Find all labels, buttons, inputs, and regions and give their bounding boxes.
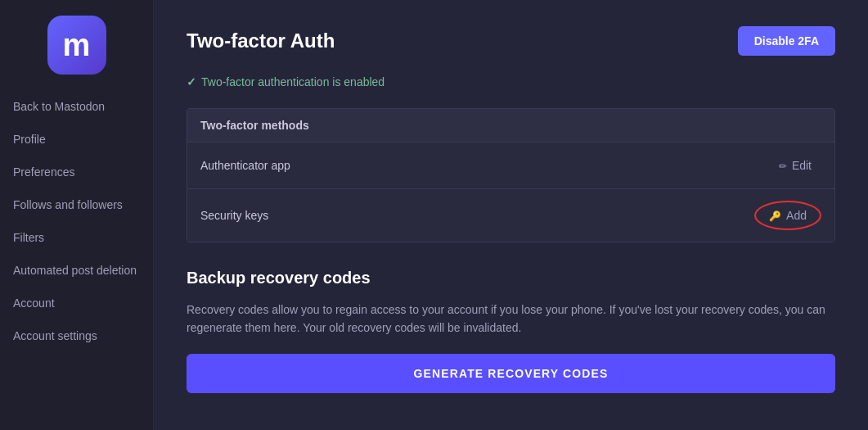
methods-table-header: Two-factor methods xyxy=(187,109,834,143)
sidebar-item-label: Account settings xyxy=(13,329,97,342)
main-content: Two-factor Auth Disable 2FA Two-factor a… xyxy=(154,0,868,430)
sidebar-item-automated-post-deletion[interactable]: Automated post deletion xyxy=(0,254,153,287)
key-icon xyxy=(769,209,781,222)
backup-recovery-section: Backup recovery codes Recovery codes all… xyxy=(187,269,835,393)
2fa-status-text: Two-factor authentication is enabled xyxy=(187,75,835,88)
sidebar-item-label: Filters xyxy=(13,231,44,244)
security-keys-label: Security keys xyxy=(200,209,268,222)
authenticator-app-label: Authenticator app xyxy=(200,159,290,172)
sidebar-item-label: Profile xyxy=(13,133,46,146)
pencil-icon xyxy=(779,159,787,172)
page-header: Two-factor Auth Disable 2FA xyxy=(187,26,835,56)
sidebar-logo: m xyxy=(0,0,153,90)
sidebar-item-label: Back to Mastodon xyxy=(13,100,105,113)
security-keys-row: Security keys Add xyxy=(187,189,834,242)
sidebar-item-profile[interactable]: Profile xyxy=(0,123,153,156)
sidebar-item-account-settings[interactable]: Account settings xyxy=(0,319,153,352)
authenticator-app-row: Authenticator app Edit xyxy=(187,143,834,189)
mastodon-logo-icon: m xyxy=(47,16,106,75)
sidebar-item-label: Account xyxy=(13,296,55,310)
page-title: Two-factor Auth xyxy=(187,29,335,52)
sidebar-item-label: Preferences xyxy=(13,165,74,179)
sidebar-item-preferences[interactable]: Preferences xyxy=(0,156,153,188)
disable-2fa-button[interactable]: Disable 2FA xyxy=(738,26,835,56)
recovery-description: Recovery codes allow you to regain acces… xyxy=(187,301,835,337)
sidebar: m Back to Mastodon Profile Preferences F… xyxy=(0,0,154,430)
sidebar-item-label: Automated post deletion xyxy=(13,264,137,277)
sidebar-item-account[interactable]: Account xyxy=(0,287,153,319)
sidebar-item-label: Follows and followers xyxy=(13,198,123,211)
sidebar-nav: Back to Mastodon Profile Preferences Fol… xyxy=(0,90,153,430)
generate-recovery-codes-button[interactable]: GENERATE RECOVERY CODES xyxy=(187,354,835,393)
sidebar-item-back-to-mastodon[interactable]: Back to Mastodon xyxy=(0,90,153,123)
add-security-key-button[interactable]: Add xyxy=(754,201,821,230)
two-factor-methods-section: Two-factor methods Authenticator app Edi… xyxy=(187,108,835,242)
sidebar-item-filters[interactable]: Filters xyxy=(0,221,153,254)
backup-section-title: Backup recovery codes xyxy=(187,269,835,287)
sidebar-item-follows-followers[interactable]: Follows and followers xyxy=(0,188,153,221)
edit-authenticator-button[interactable]: Edit xyxy=(769,154,821,177)
add-highlight-circle[interactable]: Add xyxy=(754,201,821,230)
